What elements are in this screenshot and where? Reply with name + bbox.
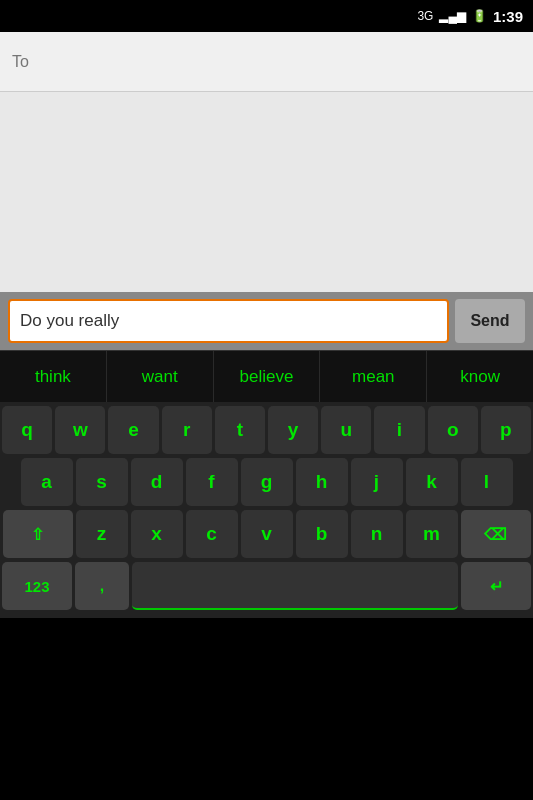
key-f[interactable]: f (186, 458, 238, 506)
key-g[interactable]: g (241, 458, 293, 506)
compose-area (0, 92, 533, 292)
key-l[interactable]: l (461, 458, 513, 506)
key-s[interactable]: s (76, 458, 128, 506)
key-m[interactable]: m (406, 510, 458, 558)
key-k[interactable]: k (406, 458, 458, 506)
shift-key[interactable]: ⇧ (3, 510, 73, 558)
suggestion-believe[interactable]: believe (214, 351, 321, 402)
key-w[interactable]: w (55, 406, 105, 454)
send-button[interactable]: Send (455, 299, 525, 343)
keyboard-row-4: 123 , ↵ (2, 562, 531, 610)
key-e[interactable]: e (108, 406, 158, 454)
key-c[interactable]: c (186, 510, 238, 558)
key-n[interactable]: n (351, 510, 403, 558)
key-r[interactable]: r (162, 406, 212, 454)
keyboard-row-3: ⇧ z x c v b n m ⌫ (2, 510, 531, 558)
status-bar: 3G ▂▄▆ 🔋 1:39 (0, 0, 533, 32)
space-key[interactable] (132, 562, 458, 610)
key-j[interactable]: j (351, 458, 403, 506)
signal-icon: ▂▄▆ (439, 9, 466, 23)
suggestion-know[interactable]: know (427, 351, 533, 402)
keyboard: q w e r t y u i o p a s d f g h j k l ⇧ … (0, 402, 533, 618)
comma-key[interactable]: , (75, 562, 129, 610)
key-i[interactable]: i (374, 406, 424, 454)
input-bar: Send (0, 292, 533, 350)
key-v[interactable]: v (241, 510, 293, 558)
suggestions-bar: think want believe mean know (0, 350, 533, 402)
numbers-key[interactable]: 123 (2, 562, 72, 610)
time-display: 1:39 (493, 8, 523, 25)
to-area[interactable] (0, 32, 533, 92)
key-x[interactable]: x (131, 510, 183, 558)
key-u[interactable]: u (321, 406, 371, 454)
key-d[interactable]: d (131, 458, 183, 506)
key-a[interactable]: a (21, 458, 73, 506)
key-b[interactable]: b (296, 510, 348, 558)
key-t[interactable]: t (215, 406, 265, 454)
keyboard-row-2: a s d f g h j k l (2, 458, 531, 506)
network-icon: 3G (417, 9, 433, 23)
keyboard-row-1: q w e r t y u i o p (2, 406, 531, 454)
message-input[interactable] (8, 299, 449, 343)
key-h[interactable]: h (296, 458, 348, 506)
key-p[interactable]: p (481, 406, 531, 454)
key-y[interactable]: y (268, 406, 318, 454)
battery-icon: 🔋 (472, 9, 487, 23)
enter-key[interactable]: ↵ (461, 562, 531, 610)
key-q[interactable]: q (2, 406, 52, 454)
key-o[interactable]: o (428, 406, 478, 454)
backspace-key[interactable]: ⌫ (461, 510, 531, 558)
key-z[interactable]: z (76, 510, 128, 558)
to-input[interactable] (12, 53, 521, 71)
suggestion-mean[interactable]: mean (320, 351, 427, 402)
suggestion-think[interactable]: think (0, 351, 107, 402)
suggestion-want[interactable]: want (107, 351, 214, 402)
